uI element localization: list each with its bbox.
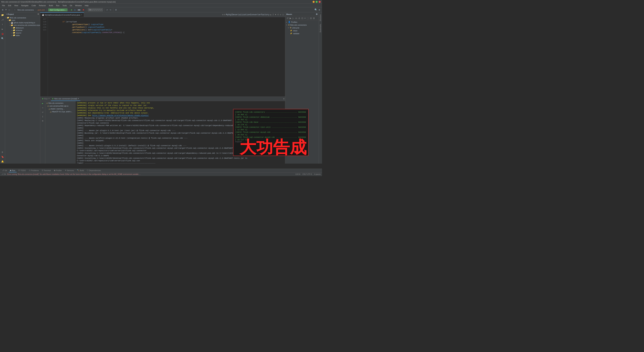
bottom-tab-services[interactable]: ✦ Services: [64, 169, 75, 172]
menu-file[interactable]: File: [1, 4, 6, 7]
add-configuration-button[interactable]: Add Configuration...: [48, 8, 68, 11]
maven-settings-icon[interactable]: ⚙: [316, 13, 318, 15]
menu-view[interactable]: View: [13, 4, 20, 7]
sidebar-project-icon[interactable]: 📁: [0, 13, 4, 17]
run-side-settings-btn[interactable]: ⚙: [41, 119, 44, 122]
bottom-tab-todo[interactable]: ☑ TODO: [17, 169, 27, 172]
tree-item-binlog[interactable]: ▸ ☕ github.shyiko.mysql.binlog.io: [5, 21, 40, 24]
run-tree-item-hikari[interactable]: △ HikariCP-4.0.3.jar, antlr4-r...: [45, 110, 75, 113]
menu-run[interactable]: Run: [55, 4, 61, 7]
bottom-tab-deps[interactable]: ⬡ Dependencies: [86, 169, 102, 172]
maven-item-clean[interactable]: ⚡ clean: [285, 29, 319, 32]
sidebar-pull-icon[interactable]: ⬇: [0, 22, 4, 26]
status-indent[interactable]: 4 spaces: [314, 173, 321, 175]
menu-window[interactable]: Window: [74, 4, 83, 7]
tab-settings-icon[interactable]: ⚙: [222, 13, 224, 16]
toolbar-icon-list[interactable]: ≡: [5, 8, 8, 11]
run-tree-item-sub1[interactable]: ⚠ com.ververica.flink-sql-co: [45, 105, 75, 107]
maven-item-project[interactable]: ▾ ⊡ flink-cdc-connectors: [285, 23, 319, 26]
toolbar-search-btn[interactable]: 🔍: [314, 8, 317, 11]
toolbar-stop-btn[interactable]: ■: [82, 8, 85, 11]
right-tab-bookmarks[interactable]: Bookmarks: [319, 23, 322, 34]
run-side-stop-btn[interactable]: ■: [41, 106, 44, 109]
run-tree-item-root[interactable]: ⚠ flink-cdc-connectors: [45, 102, 75, 105]
sidebar-debug-icon[interactable]: 🐞: [0, 32, 4, 36]
status-encoding[interactable]: CRLF UTF-8: [302, 173, 312, 175]
right-tab-structure[interactable]: Structure: [319, 13, 322, 23]
toolbar-pom-link[interactable]: pom.xml: [37, 8, 46, 11]
menu-code[interactable]: Code: [30, 4, 37, 7]
maven-source-btn[interactable]: ≡: [304, 17, 306, 20]
sidebar-find-icon[interactable]: 🔍: [0, 36, 4, 40]
tree-item-root[interactable]: ▾ 📁 flink-cdc-connectors: [5, 16, 40, 19]
run-side-scroll-btn[interactable]: ⤓: [41, 115, 44, 118]
maven-skip-btn[interactable]: ⊘: [298, 17, 300, 20]
run-tree-item-shade[interactable]: △ shade 1 warning ...: [45, 107, 75, 110]
tab-split-icon[interactable]: ⊡: [224, 13, 225, 16]
run-tab-install-close[interactable]: ✕: [78, 98, 79, 100]
tree-item-com[interactable]: ▾ 📂 com: [5, 19, 40, 21]
code-content[interactable]: if (arrayType .getElementType() LogicalT…: [48, 17, 285, 96]
maven-item-profiles[interactable]: ▸ 👤 Profiles: [285, 21, 319, 23]
toolbar-undo[interactable]: ↩: [106, 8, 108, 11]
maven-item-validate[interactable]: ⚡ validate: [285, 32, 319, 35]
status-line-col[interactable]: 118:34: [295, 173, 300, 175]
maven-generate-btn[interactable]: ⬚: [306, 17, 309, 20]
maven-thread-btn[interactable]: ⊡: [301, 17, 304, 20]
run-tab-install[interactable]: ▶ flink-cdc-connectors [install] ✕: [51, 97, 80, 101]
bottom-tab-terminal[interactable]: ⊡ Terminal: [40, 169, 52, 172]
maven-refresh-btn[interactable]: ↺: [286, 17, 289, 20]
bottom-tab-profiler[interactable]: ◉ Profiler: [52, 169, 63, 172]
toolbar-icon-settings[interactable]: ⚙: [1, 8, 4, 11]
minimize-button[interactable]: [312, 1, 314, 3]
bottom-tab-build[interactable]: 🔨 Build: [76, 169, 85, 172]
sidebar-bookmarks-icon[interactable]: 🔖: [0, 155, 4, 159]
menu-build[interactable]: Build: [48, 4, 54, 7]
menu-edit[interactable]: Edit: [7, 4, 12, 7]
status-git-icon[interactable]: ⎇ Git: [1, 173, 6, 175]
maven-lifecycle-btn[interactable]: m: [295, 17, 298, 20]
tree-item-debezium[interactable]: ▸ 📁 debezium: [5, 26, 40, 29]
maven-shade-link[interactable]: http://maven.apache.org/plugins/maven-sh…: [92, 114, 149, 116]
code-editor[interactable]: 117 118 119 120 121 if (arrayType .getEl…: [40, 17, 285, 96]
toolbar-icon-hide[interactable]: –: [14, 8, 16, 11]
maximize-button[interactable]: [316, 1, 318, 3]
status-error-msg[interactable]: Error running 'flink-cdc-connectors [ins…: [8, 173, 142, 175]
tab-arrows[interactable]: ⟨⟩: [282, 13, 284, 16]
git-badge[interactable]: Git: ✓ ✓ ✓ ✓ ✓: [88, 8, 103, 11]
menu-refactor[interactable]: Refactor: [38, 4, 47, 7]
maven-item-lifecycle[interactable]: ▾ ⚙ Lifecycle: [285, 26, 319, 29]
toolbar-coverage-btn[interactable]: ▶▶: [77, 8, 81, 11]
bottom-tab-git[interactable]: ⎇ Git: [1, 169, 8, 172]
maven-debug-btn[interactable]: ▷: [292, 17, 294, 20]
window-controls[interactable]: [312, 1, 321, 3]
menu-navigate[interactable]: Navigate: [20, 4, 30, 7]
tree-item-table[interactable]: ▸ 📁 table: [5, 34, 40, 36]
menu-help[interactable]: Help: [83, 4, 90, 7]
toolbar-icon-filter[interactable]: ⬚: [8, 8, 11, 11]
run-tab-settings-icon[interactable]: ⚙: [283, 97, 284, 100]
run-side-rerun-btn[interactable]: ↺: [41, 110, 44, 114]
run-tab-close[interactable]: ✕: [48, 98, 50, 100]
tree-item-source[interactable]: ▸ 📁 source: [5, 31, 40, 34]
tree-item-ververica[interactable]: ▾ 📂 com.ververica.cdc.connectors.mysql: [5, 24, 40, 26]
maven-collapse-btn[interactable]: ⊟: [310, 17, 312, 20]
sidebar-run2-icon[interactable]: ▶: [0, 27, 4, 31]
maven-run-btn[interactable]: ▶: [289, 17, 292, 20]
toolbar-redo[interactable]: ↪: [109, 8, 112, 11]
close-button[interactable]: [319, 1, 321, 3]
editor-tab-main[interactable]: ☕ MySqlDeserializationConverterFactory.j…: [40, 12, 84, 17]
project-header-settings[interactable]: ⚙: [38, 13, 39, 15]
tab-close-btn[interactable]: ✕: [81, 14, 82, 16]
sidebar-structure-icon[interactable]: ≣: [0, 150, 4, 154]
menu-tools[interactable]: Tools: [61, 4, 68, 7]
maven-expand-btn[interactable]: ⊞: [312, 17, 315, 20]
menu-git[interactable]: Git: [68, 4, 74, 7]
toolbar-run-btn[interactable]: ▶: [70, 8, 73, 11]
bottom-tab-problems[interactable]: ⚠ Problems: [28, 169, 40, 172]
tree-item-schema[interactable]: ▸ 📁 schema: [5, 29, 40, 31]
run-tab-run[interactable]: ▶ Run ✕: [41, 97, 51, 101]
toolbar-settings-right[interactable]: ⚙: [318, 8, 321, 11]
sidebar-notifications-icon[interactable]: 🔔: [0, 160, 4, 164]
sidebar-commit-icon[interactable]: ⎇: [0, 18, 4, 22]
